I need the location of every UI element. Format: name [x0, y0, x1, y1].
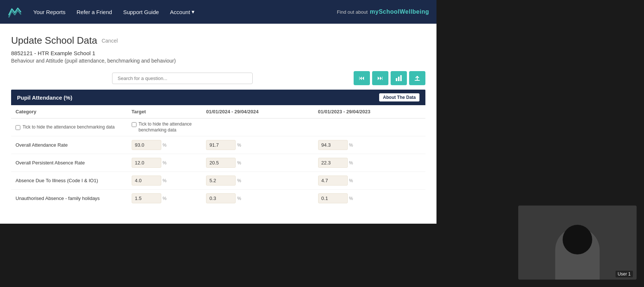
nav-account-dropdown[interactable]: Account ▾	[170, 9, 195, 15]
table-row: Overall Attendance Rate % %	[11, 136, 425, 154]
row2-category: Absence Due To Illness (Code I & IO1)	[11, 172, 127, 190]
row0-category: Overall Attendance Rate	[11, 136, 127, 154]
row1-target-cell: %	[127, 154, 202, 172]
table-row: Unauthorised Absence - family holidays %…	[11, 190, 425, 207]
chevron-down-icon: ▾	[192, 9, 195, 15]
row3-date2-cell: %	[314, 190, 425, 207]
cancel-link[interactable]: Cancel	[102, 38, 118, 44]
page-title-row: Update School Data Cancel	[11, 35, 425, 46]
row3-target-cell: %	[127, 190, 202, 207]
table-row: Overall Persistent Absence Rate % %	[11, 154, 425, 172]
row2-target-cell: %	[127, 172, 202, 190]
btn-chart[interactable]	[391, 71, 407, 85]
page-title: Update School Data	[11, 35, 97, 46]
brand-name: mySchoolWellbeing	[370, 9, 429, 15]
hide-attendance-target-checkbox[interactable]	[132, 122, 136, 127]
svg-rect-2	[400, 75, 402, 81]
row1-category: Overall Persistent Absence Rate	[11, 154, 127, 172]
main-content: Update School Data Cancel 8852121 - HTR …	[0, 24, 436, 224]
col-header-date2: 01/01/2023 - 29/04/2023	[314, 105, 425, 119]
section-header: Pupil Attendance (%) About The Data	[11, 90, 425, 105]
search-container	[108, 73, 256, 84]
hide-attendance-label: Tick to hide the attendance benchmarking…	[23, 124, 115, 130]
row1-date1-input[interactable]	[206, 158, 236, 168]
hide-benchmarking-row: Tick to hide the attendance benchmarking…	[11, 119, 425, 136]
navbar-right: Find out about mySchoolWellbeing	[337, 9, 429, 15]
row0-target-input[interactable]	[132, 140, 161, 150]
row3-date1-input[interactable]	[206, 193, 236, 203]
col-header-target: Target	[127, 105, 202, 119]
row0-date1-input[interactable]	[206, 140, 236, 150]
btn-last[interactable]: ⏭	[372, 71, 388, 85]
svg-rect-1	[398, 77, 399, 81]
video-feed: User 1	[518, 206, 637, 224]
row3-date1-cell: %	[202, 190, 313, 207]
row0-target-pct: %	[163, 143, 167, 148]
table-header-row: Category Target 01/01/2024 - 29/04/2024 …	[11, 105, 425, 119]
nav-refer-a-friend[interactable]: Refer a Friend	[77, 9, 112, 15]
video-overlay: User 1	[518, 206, 637, 224]
section-title: Pupil Attendance (%)	[17, 94, 72, 101]
table-row: Absence Due To Illness (Code I & IO1) % …	[11, 172, 425, 190]
row0-date1-cell: %	[202, 136, 313, 154]
row0-target-cell: %	[127, 136, 202, 154]
row2-date1-input[interactable]	[206, 176, 236, 186]
row2-date1-cell: %	[202, 172, 313, 190]
row1-target-input[interactable]	[132, 158, 161, 168]
row3-category: Unauthorised Absence - family holidays	[11, 190, 127, 207]
nav-support-guide[interactable]: Support Guide	[123, 9, 159, 15]
row3-target-input[interactable]	[132, 193, 161, 203]
btn-first[interactable]: ⏮	[354, 71, 370, 85]
row0-date2-input[interactable]	[318, 140, 348, 150]
attendance-table: Category Target 01/01/2024 - 29/04/2024 …	[11, 105, 425, 207]
search-input[interactable]	[112, 73, 253, 84]
hide-target-cell: Tick to hide the attendance benchmarking…	[127, 119, 202, 136]
row1-date2-input[interactable]	[318, 158, 348, 168]
btn-upload[interactable]	[409, 71, 425, 85]
find-out-label: Find out about	[337, 9, 368, 15]
row2-date2-cell: %	[314, 172, 425, 190]
category-label: Behaviour and Attitude (pupil attendance…	[11, 58, 425, 64]
nav-your-reports[interactable]: Your Reports	[33, 9, 65, 15]
col-header-date1: 01/01/2024 - 29/04/2024	[202, 105, 313, 119]
row2-target-input[interactable]	[132, 176, 161, 186]
about-the-data-button[interactable]: About The Data	[379, 93, 419, 101]
hide-attendance-target-label: Tick to hide the attendance benchmarking…	[139, 121, 198, 133]
navbar: Your Reports Refer a Friend Support Guid…	[0, 0, 436, 24]
nav-buttons: ⏮ ⏭	[354, 71, 425, 85]
row3-date2-input[interactable]	[318, 193, 348, 203]
navbar-left: Your Reports Refer a Friend Support Guid…	[7, 4, 195, 19]
row2-date2-input[interactable]	[318, 176, 348, 186]
brand-logo[interactable]	[7, 4, 22, 19]
row1-date2-cell: %	[314, 154, 425, 172]
col-header-category: Category	[11, 105, 127, 119]
svg-rect-3	[415, 80, 420, 81]
row0-date2-cell: %	[314, 136, 425, 154]
school-id: 8852121 - HTR Example School 1	[11, 50, 425, 56]
hide-attendance-checkbox[interactable]	[16, 125, 20, 130]
row1-date1-cell: %	[202, 154, 313, 172]
svg-rect-0	[396, 78, 397, 81]
hide-category-cell: Tick to hide the attendance benchmarking…	[11, 119, 127, 136]
